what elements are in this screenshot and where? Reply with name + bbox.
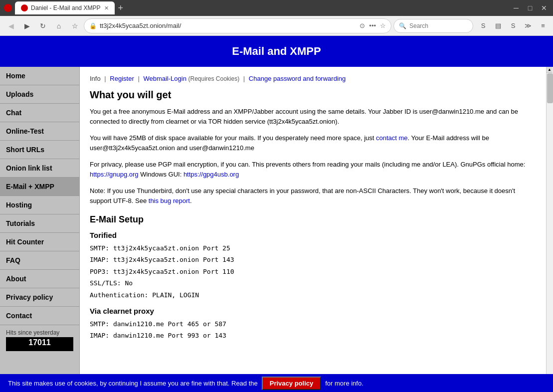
- hits-count: 17011: [6, 337, 73, 351]
- torified-heading: Torified: [90, 231, 536, 239]
- paragraph-4: Note: If you use Thunderbird, don't use …: [90, 186, 536, 205]
- sidebar-icon[interactable]: ▤: [492, 20, 504, 32]
- minimize-button[interactable]: ─: [511, 4, 521, 12]
- search-icon: 🔍: [399, 22, 406, 29]
- sidebar-item-uploads[interactable]: Uploads: [0, 85, 79, 104]
- register-link[interactable]: Register: [110, 75, 134, 82]
- bookmark-button[interactable]: ☆: [68, 19, 82, 33]
- more-tools-icon[interactable]: ≫: [522, 20, 534, 32]
- scrollbar[interactable]: ▲: [546, 67, 553, 392]
- close-button[interactable]: ✕: [539, 4, 549, 12]
- cookie-suffix: for more info.: [325, 380, 364, 387]
- sidebar-item-tutorials[interactable]: Tutorials: [0, 214, 79, 233]
- separator-3: |: [243, 75, 245, 82]
- new-tab-button[interactable]: +: [118, 3, 123, 13]
- overflow-menu-icon[interactable]: •••: [369, 22, 376, 29]
- page-header-title: E-Mail and XMPP: [232, 45, 321, 57]
- cookie-banner: This site makes use of cookies, by conti…: [0, 374, 553, 392]
- hits-label: Hits since yesterday: [0, 325, 79, 337]
- clearnet-settings: SMTP: danwin1210.me Port 465 or 587 IMAP…: [90, 318, 536, 342]
- gnupg-link[interactable]: https://gnupg.org: [90, 171, 139, 178]
- sidebar-item-hit-counter[interactable]: Hit Counter: [0, 233, 79, 251]
- bug-report-link[interactable]: this bug report: [149, 197, 190, 204]
- sidebar-item-faq[interactable]: FAQ: [0, 251, 79, 270]
- forward-button[interactable]: ▶: [20, 19, 34, 33]
- webmail-login-link[interactable]: Webmail-Login: [143, 75, 186, 82]
- tab-favicon-icon: [21, 4, 28, 11]
- sidebar-item-contact[interactable]: Contact: [0, 307, 79, 325]
- sidebar-item-online-test[interactable]: Online-Test: [0, 122, 79, 141]
- sidebar-item-hosting[interactable]: Hosting: [0, 196, 79, 214]
- back-button[interactable]: ◀: [4, 19, 18, 33]
- clearnet-heading: Via clearnet proxy: [90, 307, 536, 315]
- sidebar-item-onion-link-list[interactable]: Onion link list: [0, 159, 79, 178]
- change-password-link[interactable]: Change password and forwarding: [249, 75, 346, 82]
- sidebar-item-email-xmpp[interactable]: E-Mail + XMPP: [0, 178, 79, 196]
- imap-clearnet: IMAP: danwin1210.me Port 993 or 143: [90, 330, 536, 341]
- imap-tor: IMAP: tt3j2x4k5ycaa5zt.onion Port 143: [90, 254, 536, 265]
- bookmark-star-icon[interactable]: ⊙: [360, 22, 365, 29]
- search-input[interactable]: [409, 22, 459, 29]
- restore-button[interactable]: □: [525, 4, 535, 12]
- sidebar-item-about[interactable]: About: [0, 270, 79, 288]
- breadcrumb-info: Info: [90, 75, 101, 82]
- contact-me-link[interactable]: contact me: [376, 134, 408, 142]
- webmail-note: (Requires Cookies): [188, 75, 239, 82]
- url-text: tt3j2x4k5ycaa5zt.onion/mail/: [100, 22, 357, 29]
- star-icon[interactable]: ☆: [380, 22, 386, 29]
- scroll-up-button[interactable]: ▲: [547, 67, 553, 73]
- breadcrumb: Info | Register | Webmail-Login (Require…: [90, 75, 536, 82]
- sidebar-item-privacy-policy[interactable]: Privacy policy: [0, 288, 79, 307]
- smtp-tor: SMTP: tt3j2x4k5ycaa5zt.onion Port 25: [90, 242, 536, 254]
- security-icon: 🔒: [89, 22, 97, 29]
- browser-favicon-icon: [4, 4, 12, 12]
- paragraph-3: For privacy, please use PGP mail encrypt…: [90, 160, 536, 179]
- menu-icon[interactable]: ≡: [537, 20, 549, 32]
- skype-icon[interactable]: S: [477, 20, 489, 32]
- reload-button[interactable]: ↻: [36, 19, 50, 33]
- page-header: E-Mail and XMPP: [0, 36, 553, 67]
- tab-title: Daniel - E-Mail and XMPP: [31, 4, 100, 11]
- what-you-get-title: What you will get: [90, 89, 536, 101]
- torified-settings: SMTP: tt3j2x4k5ycaa5zt.onion Port 25 IMA…: [90, 242, 536, 301]
- smtp-clearnet: SMTP: danwin1210.me Port 465 or 587: [90, 318, 536, 330]
- privacy-policy-button[interactable]: Privacy policy: [262, 377, 321, 390]
- gpg4usb-link[interactable]: https://gpg4usb.org: [184, 171, 239, 178]
- main-content: Info | Register | Webmail-Login (Require…: [80, 67, 546, 392]
- separator-1: |: [104, 75, 106, 82]
- search-box[interactable]: 🔍: [393, 19, 473, 33]
- separator-2: |: [138, 75, 139, 82]
- ssl-tor: SSL/TLS: No: [90, 277, 536, 289]
- home-button[interactable]: ⌂: [52, 19, 66, 33]
- browser-tab[interactable]: Daniel - E-Mail and XMPP ✕: [15, 1, 115, 14]
- sync-icon[interactable]: S: [507, 20, 519, 32]
- paragraph-2: You will have 25MB of disk space availab…: [90, 133, 536, 153]
- sidebar: Home Uploads Chat Online-Test Short URLs…: [0, 67, 80, 392]
- sidebar-item-chat[interactable]: Chat: [0, 104, 79, 122]
- sidebar-item-home[interactable]: Home: [0, 67, 79, 85]
- paragraph-1: You get a free anonymous E-Mail address …: [90, 107, 536, 126]
- cookie-text: This site makes use of cookies, by conti…: [8, 380, 258, 387]
- email-setup-title: E-Mail Setup: [90, 214, 536, 225]
- tab-close-button[interactable]: ✕: [104, 5, 109, 11]
- pop3-tor: POP3: tt3j2x4k5ycaa5zt.onion Port 110: [90, 266, 536, 277]
- auth-tor: Authentication: PLAIN, LOGIN: [90, 289, 536, 301]
- sidebar-item-short-urls[interactable]: Short URLs: [0, 141, 79, 159]
- address-bar[interactable]: 🔒 tt3j2x4k5ycaa5zt.onion/mail/ ⊙ ••• ☆: [84, 18, 391, 33]
- scroll-thumb[interactable]: [547, 73, 553, 103]
